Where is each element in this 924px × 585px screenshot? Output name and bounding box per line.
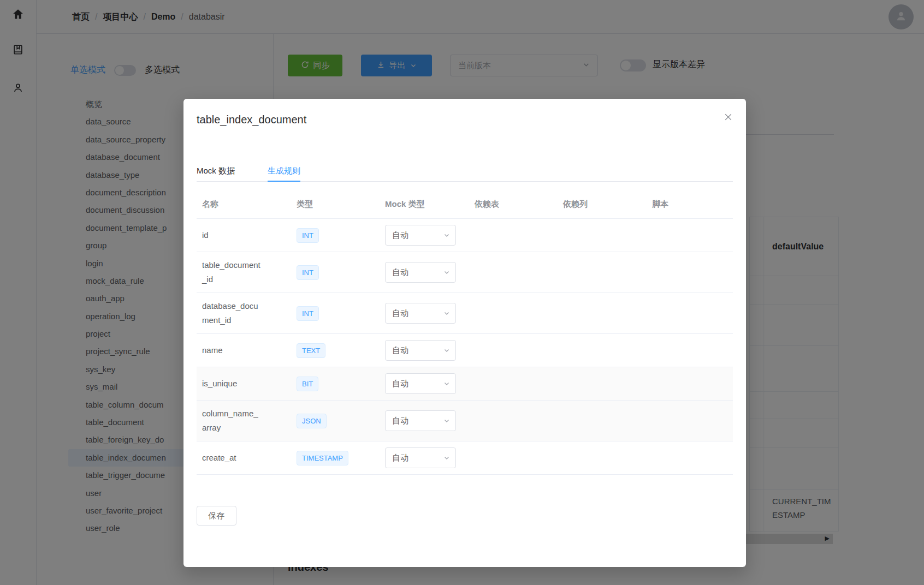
dependent-column-cell [563,293,652,334]
column-type-cell: BIT [297,367,385,401]
script-cell [652,252,733,293]
column-name-cell: column_name_array [197,401,297,441]
column-header: 类型 [297,188,385,219]
mock-type-value: 自动 [392,345,408,356]
column-name: database_document_id [202,299,262,327]
tab-generate-rule[interactable]: 生成规则 [268,160,300,181]
mock-type-value: 自动 [392,267,408,278]
column-name-cell: table_document_id [197,252,297,293]
script-cell [652,441,733,475]
mock-type-value: 自动 [392,230,408,241]
column-type-cell: INT [297,219,385,252]
script-cell [652,401,733,441]
dependent-column-cell [563,367,652,401]
column-header: 名称 [197,188,297,219]
table-row: database_document_idINT自动 [197,293,733,334]
dependent-table-cell [475,401,563,441]
chevron-down-icon [443,231,450,240]
mock-type-cell: 自动 [385,441,475,475]
dependent-column-cell [563,252,652,293]
type-badge: JSON [297,414,327,428]
dependent-table-cell [475,293,563,334]
chevron-down-icon [443,309,450,318]
table-body: idINT自动table_document_idINT自动database_do… [197,219,733,475]
column-type-cell: INT [297,252,385,293]
close-button[interactable] [722,112,734,124]
mock-type-cell: 自动 [385,293,475,334]
column-header: 依赖列 [563,188,652,219]
script-cell [652,293,733,334]
mock-type-cell: 自动 [385,219,475,252]
chevron-down-icon [443,416,450,426]
mock-type-select[interactable]: 自动 [385,225,456,246]
close-icon [724,112,733,124]
mock-type-select[interactable]: 自动 [385,373,456,394]
chevron-down-icon [443,268,450,277]
table-row: idINT自动 [197,219,733,252]
column-name: column_name_array [202,407,262,435]
column-header: 依赖表 [475,188,563,219]
column-name: is_unique [202,377,262,391]
mock-type-value: 自动 [392,453,408,463]
table-detail-modal: table_index_document Mock 数据生成规则 名称类型Moc… [183,99,746,567]
column-name: id [202,228,262,242]
mock-type-select[interactable]: 自动 [385,262,456,283]
mock-type-select[interactable]: 自动 [385,340,456,361]
dependent-column-cell [563,219,652,252]
dependent-table-cell [475,252,563,293]
dependent-column-cell [563,334,652,367]
mock-rule-table: 名称类型Mock 类型依赖表依赖列脚本 idINT自动table_documen… [197,188,733,475]
dependent-column-cell [563,401,652,441]
column-type-cell: INT [297,293,385,334]
mock-type-value: 自动 [392,416,408,426]
column-header: 脚本 [652,188,733,219]
chevron-down-icon [443,453,450,463]
table-row: create_atTIMESTAMP自动 [197,441,733,475]
mock-type-select[interactable]: 自动 [385,303,456,324]
column-name-cell: create_at [197,441,297,475]
table-row: table_document_idINT自动 [197,252,733,293]
column-name-cell: name [197,334,297,367]
mock-type-value: 自动 [392,308,408,319]
column-name: name [202,343,262,357]
dependent-table-cell [475,219,563,252]
mock-type-value: 自动 [392,379,408,389]
script-cell [652,219,733,252]
mock-type-cell: 自动 [385,401,475,441]
column-name-cell: is_unique [197,367,297,401]
column-type-cell: JSON [297,401,385,441]
script-cell [652,367,733,401]
type-badge: INT [297,265,319,280]
chevron-down-icon [443,346,450,355]
mock-type-select[interactable]: 自动 [385,447,456,468]
mock-type-select[interactable]: 自动 [385,410,456,431]
type-badge: INT [297,228,319,243]
type-badge: TEXT [297,343,325,358]
dependent-table-cell [475,367,563,401]
column-type-cell: TEXT [297,334,385,367]
type-badge: BIT [297,377,318,391]
table-row: nameTEXT自动 [197,334,733,367]
column-header: Mock 类型 [385,188,475,219]
table-header-row: 名称类型Mock 类型依赖表依赖列脚本 [197,188,733,219]
chevron-down-icon [443,379,450,389]
type-badge: TIMESTAMP [297,451,348,465]
dependent-column-cell [563,441,652,475]
mock-type-cell: 自动 [385,367,475,401]
script-cell [652,334,733,367]
tab-mock-data[interactable]: Mock 数据 [197,160,235,181]
column-name: table_document_id [202,258,262,286]
column-name-cell: database_document_id [197,293,297,334]
column-name-cell: id [197,219,297,252]
column-name: create_at [202,451,262,465]
save-button[interactable]: 保存 [197,506,236,526]
modal-tabs: Mock 数据生成规则 [197,160,733,182]
mock-type-cell: 自动 [385,252,475,293]
modal-title: table_index_document [197,114,306,126]
column-type-cell: TIMESTAMP [297,441,385,475]
dependent-table-cell [475,441,563,475]
table-row: column_name_arrayJSON自动 [197,401,733,441]
mock-type-cell: 自动 [385,334,475,367]
type-badge: INT [297,306,319,321]
table-row: is_uniqueBIT自动 [197,367,733,401]
